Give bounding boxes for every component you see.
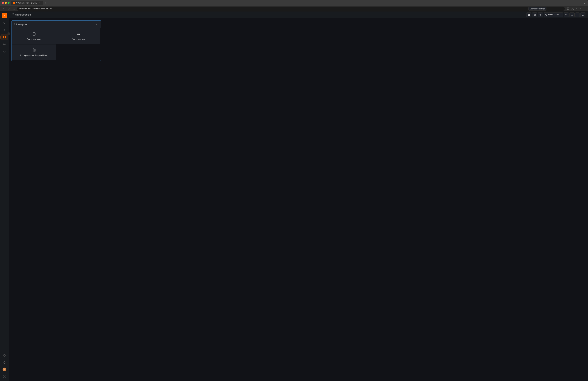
sidebar-item-help[interactable]: ?: [1, 373, 8, 380]
add-panel-button[interactable]: [526, 12, 531, 17]
svg-rect-18: [529, 14, 530, 15]
svg-line-6: [5, 23, 5, 24]
minimize-window-button[interactable]: [5, 2, 7, 4]
top-bar: New dashboard: [9, 12, 588, 18]
time-range-label: Last 6 hours: [548, 14, 559, 16]
dashboard-grid-icon: [12, 13, 14, 16]
modal-title: Add panel: [14, 23, 27, 26]
top-bar-actions: Last 6 hours: [526, 12, 586, 17]
add-new-panel-label: Add a new panel: [27, 38, 41, 40]
add-panel-modal: Add panel ×: [12, 21, 101, 61]
svg-rect-14: [13, 13, 14, 14]
sidebar-item-avatar[interactable]: 게: [1, 366, 8, 373]
svg-rect-2: [568, 8, 569, 10]
svg-rect-17: [528, 14, 529, 15]
svg-rect-8: [5, 36, 6, 37]
dashboard-area: Add panel ×: [9, 18, 588, 381]
browser-tab[interactable]: New dashboard - Dashboards ×: [11, 1, 43, 5]
tabs-dropdown-button[interactable]: ⌄: [583, 1, 586, 5]
refresh-dropdown-button[interactable]: [575, 12, 580, 17]
svg-rect-30: [15, 23, 15, 24]
add-new-row-label: Add a new row: [72, 38, 85, 40]
library-panel-icon: [32, 48, 36, 53]
new-row-icon: [77, 32, 80, 37]
forward-button[interactable]: [7, 7, 11, 11]
modal-close-button[interactable]: ×: [94, 22, 98, 26]
back-button[interactable]: [2, 7, 6, 11]
svg-rect-31: [16, 23, 17, 24]
svg-point-12: [4, 355, 5, 356]
svg-rect-32: [15, 24, 15, 25]
tab-title: New dashboard - Dashboards: [16, 2, 38, 4]
reader-mode-icon[interactable]: [566, 7, 570, 11]
browser-titlebar: New dashboard - Dashboards × + ⌄: [0, 0, 588, 6]
svg-rect-13: [12, 13, 12, 14]
address-input[interactable]: [17, 7, 565, 11]
svg-rect-15: [12, 15, 12, 15]
tv-mode-button[interactable]: [580, 12, 586, 17]
sidebar: 게 ?: [0, 12, 9, 381]
close-window-button[interactable]: [2, 2, 4, 4]
svg-rect-10: [5, 37, 6, 38]
svg-rect-16: [13, 15, 14, 15]
username-label: 게스트: [576, 7, 581, 10]
add-new-panel-option[interactable]: Add a new panel: [12, 28, 56, 44]
dashboard-title: New dashboard: [15, 13, 525, 16]
more-options-icon[interactable]: ⋮: [582, 7, 586, 11]
user-profile-icon[interactable]: [571, 7, 575, 11]
sidebar-item-search[interactable]: [1, 20, 8, 26]
tab-bar: New dashboard - Dashboards × + ⌄: [11, 1, 586, 5]
svg-point-23: [540, 14, 541, 15]
main-content: New dashboard: [9, 12, 588, 381]
add-library-panel-option[interactable]: Add a panel from the panel library: [12, 45, 56, 60]
svg-rect-7: [3, 36, 4, 37]
tab-close-button[interactable]: ×: [39, 2, 41, 4]
add-new-row-option[interactable]: Add a new row: [56, 28, 100, 44]
toolbar-right: 게스트 ⋮: [566, 7, 586, 11]
sidebar-item-dashboards[interactable]: [1, 34, 8, 40]
time-range-button[interactable]: Last 6 hours: [544, 12, 563, 17]
traffic-lights: [2, 2, 10, 4]
sidebar-item-explore[interactable]: [1, 41, 8, 47]
sidebar-item-settings[interactable]: [1, 352, 8, 359]
sidebar-collapse-button[interactable]: [7, 32, 10, 35]
address-bar: 게스트 ⋮: [0, 6, 588, 12]
refresh-button[interactable]: [569, 12, 575, 17]
svg-line-26: [567, 15, 567, 16]
reload-button[interactable]: [12, 7, 16, 11]
sidebar-item-starred[interactable]: [1, 27, 8, 33]
app-logo[interactable]: [2, 13, 7, 18]
svg-rect-28: [582, 14, 584, 15]
save-dashboard-button[interactable]: [532, 12, 537, 17]
maximize-window-button[interactable]: [8, 2, 10, 4]
browser-window: New dashboard - Dashboards × + ⌄ 게스트 ⋮: [0, 0, 588, 381]
add-library-panel-label: Add a panel from the panel library: [20, 54, 48, 56]
new-panel-icon: [32, 32, 36, 37]
sidebar-item-alerting[interactable]: [1, 48, 8, 54]
modal-title-text: Add panel: [18, 23, 27, 26]
svg-rect-19: [528, 15, 529, 16]
svg-rect-9: [3, 37, 4, 38]
tab-favicon: [13, 2, 15, 4]
svg-point-0: [13, 2, 15, 3]
new-tab-button[interactable]: +: [43, 1, 48, 5]
modal-grid: Add a new panel: [12, 28, 101, 61]
app-layout: 게 ? New dashboard: [0, 12, 588, 381]
svg-point-11: [3, 43, 5, 45]
svg-point-4: [4, 15, 5, 16]
sidebar-item-shield[interactable]: [1, 359, 8, 366]
svg-rect-1: [567, 8, 568, 10]
modal-header: Add panel ×: [12, 21, 101, 28]
dashboard-settings-button[interactable]: [538, 12, 543, 17]
zoom-out-button[interactable]: [564, 12, 569, 17]
